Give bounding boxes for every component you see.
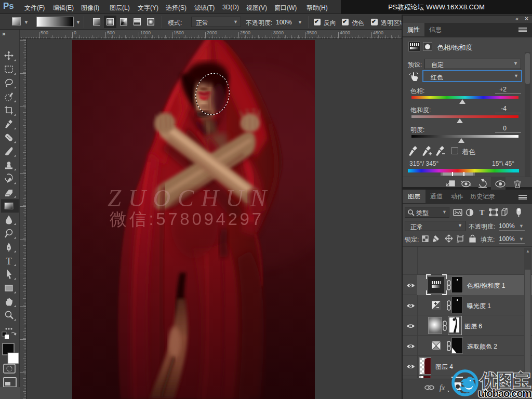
- svg-text:T: T: [480, 209, 485, 217]
- svg-text:T: T: [6, 256, 12, 267]
- svg-text:fx: fx: [440, 384, 445, 392]
- svg-text:utobao.com: utobao.com: [478, 387, 532, 399]
